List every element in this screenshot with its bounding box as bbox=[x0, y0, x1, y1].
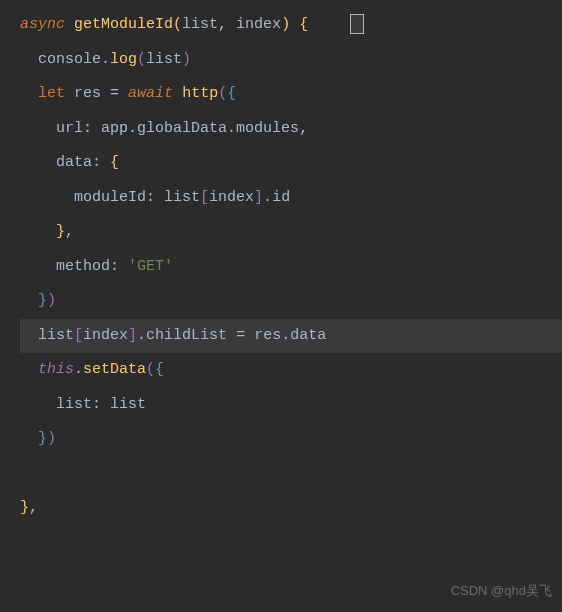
property-key: list bbox=[56, 396, 92, 413]
console-object: console bbox=[38, 51, 101, 68]
identifier: list bbox=[38, 327, 74, 344]
code-line: list: list bbox=[20, 388, 562, 423]
code-line: }, bbox=[20, 215, 562, 250]
keyword-this: this bbox=[38, 361, 74, 378]
code-line bbox=[20, 457, 562, 492]
equals: = bbox=[236, 327, 245, 344]
paren-open: ( bbox=[218, 85, 227, 102]
code-line: data: { bbox=[20, 146, 562, 181]
code-line-highlighted: list[index].childList = res.data bbox=[20, 319, 562, 354]
brace-open: { bbox=[155, 361, 164, 378]
brace-close: } bbox=[38, 292, 47, 309]
code-line: method: 'GET' bbox=[20, 250, 562, 285]
property: childList bbox=[146, 327, 227, 344]
code-line: }) bbox=[20, 422, 562, 457]
code-line: this.setData({ bbox=[20, 353, 562, 388]
paren-close: ) bbox=[47, 430, 56, 447]
bracket-close: ] bbox=[128, 327, 137, 344]
equals: = bbox=[110, 85, 119, 102]
property: data bbox=[290, 327, 326, 344]
method-call: setData bbox=[83, 361, 146, 378]
watermark: CSDN @qhd吴飞 bbox=[451, 576, 552, 606]
bracket-close: ] bbox=[254, 189, 263, 206]
property: globalData bbox=[137, 120, 227, 137]
paren-open: ( bbox=[173, 16, 182, 33]
identifier: index bbox=[83, 327, 128, 344]
keyword-let: let bbox=[38, 85, 65, 102]
function-call: http bbox=[182, 85, 218, 102]
identifier: list bbox=[164, 189, 200, 206]
brace-open: { bbox=[299, 16, 308, 33]
brace-close: } bbox=[20, 499, 29, 516]
property: id bbox=[272, 189, 290, 206]
comma: , bbox=[218, 16, 236, 33]
dot: . bbox=[227, 120, 236, 137]
param-list: list bbox=[182, 16, 218, 33]
function-name: getModuleId bbox=[74, 16, 173, 33]
keyword-await: await bbox=[128, 85, 173, 102]
code-line: async getModuleId(list, index) { bbox=[20, 8, 562, 43]
identifier: res bbox=[254, 327, 281, 344]
string-literal: 'GET' bbox=[128, 258, 173, 275]
colon: : bbox=[92, 396, 110, 413]
bracket-open: [ bbox=[74, 327, 83, 344]
colon: : bbox=[92, 154, 110, 171]
code-editor[interactable]: async getModuleId(list, index) { console… bbox=[0, 0, 562, 534]
brace-close: } bbox=[38, 430, 47, 447]
comma: , bbox=[299, 120, 308, 137]
param-index: index bbox=[236, 16, 281, 33]
code-line: }, bbox=[20, 491, 562, 526]
paren-close: ) bbox=[47, 292, 56, 309]
property-key: method bbox=[56, 258, 110, 275]
dot: . bbox=[263, 189, 272, 206]
property-key: url bbox=[56, 120, 83, 137]
comma: , bbox=[29, 499, 38, 516]
dot: . bbox=[281, 327, 290, 344]
code-line: console.log(list) bbox=[20, 43, 562, 78]
code-line: url: app.globalData.modules, bbox=[20, 112, 562, 147]
identifier: app bbox=[101, 120, 128, 137]
identifier: res bbox=[74, 85, 101, 102]
paren-close: ) bbox=[281, 16, 290, 33]
code-line: moduleId: list[index].id bbox=[20, 181, 562, 216]
colon: : bbox=[83, 120, 101, 137]
brace-open: { bbox=[227, 85, 236, 102]
identifier: list bbox=[146, 51, 182, 68]
brace-close: } bbox=[56, 223, 65, 240]
bracket-open: [ bbox=[200, 189, 209, 206]
dot: . bbox=[128, 120, 137, 137]
property-key: data bbox=[56, 154, 92, 171]
code-line: }) bbox=[20, 284, 562, 319]
paren-open: ( bbox=[137, 51, 146, 68]
dot: . bbox=[74, 361, 83, 378]
cursor-indicator bbox=[350, 14, 364, 34]
paren-close: ) bbox=[182, 51, 191, 68]
colon: : bbox=[110, 258, 128, 275]
identifier: list bbox=[110, 396, 146, 413]
colon: : bbox=[146, 189, 164, 206]
dot: . bbox=[101, 51, 110, 68]
code-line: let res = await http({ bbox=[20, 77, 562, 112]
property: modules bbox=[236, 120, 299, 137]
keyword-async: async bbox=[20, 16, 65, 33]
identifier: index bbox=[209, 189, 254, 206]
brace-open: { bbox=[110, 154, 119, 171]
dot: . bbox=[137, 327, 146, 344]
comma: , bbox=[65, 223, 74, 240]
paren-open: ( bbox=[146, 361, 155, 378]
method-log: log bbox=[110, 51, 137, 68]
property-key: moduleId bbox=[74, 189, 146, 206]
